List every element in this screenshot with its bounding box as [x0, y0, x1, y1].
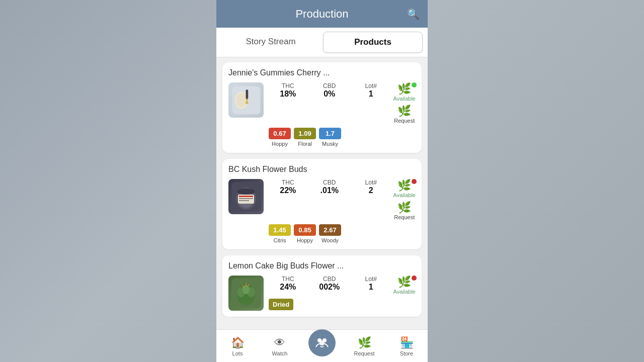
store-icon: 🏪 — [400, 336, 414, 349]
product-card-2: BC Kush Flower Buds — [222, 159, 422, 249]
product-list: Jennie's Gummies Cherry ... — [216, 57, 428, 329]
request-nav-icon: 🌿 — [358, 336, 371, 349]
nav-store[interactable]: 🏪 Store — [385, 336, 428, 356]
nav-request[interactable]: 🌿 Request — [343, 336, 385, 356]
terpene-badge-2-0: 1.45 — [269, 224, 291, 236]
lots-icon: 🏠 — [231, 336, 245, 349]
phone-container: Production 🔍 Story Stream Products Jenni… — [216, 0, 428, 362]
svg-point-2 — [236, 93, 247, 108]
cbd-stat-3: CBD 002% — [310, 276, 349, 292]
status-dot-2 — [412, 179, 417, 184]
svg-rect-11 — [239, 198, 253, 199]
product-details-2: THC 22% CBD .01% Lot# 2 — [269, 179, 416, 243]
stats-row-3: THC 24% CBD 002% Lot# 1 — [269, 276, 416, 295]
cbd-stat-1: CBD 0% — [310, 82, 349, 99]
nav-lots[interactable]: 🏠 Lots — [216, 336, 259, 356]
status-dot-1 — [412, 82, 417, 87]
available-icon-1: 🌿 — [397, 82, 411, 96]
thc-stat-1: THC 18% — [269, 82, 307, 99]
bottom-navigation: 🏠 Lots 👁 Watch 🌿 Request 🏪 — [216, 329, 428, 362]
nav-watch[interactable]: 👁 Watch — [259, 336, 301, 356]
terpenes-row-1: 0.67 Hoppy 1.09 Floral 1.7 Musky — [269, 128, 416, 147]
product-details-1: THC 18% CBD 0% Lot# 1 — [269, 82, 416, 147]
svg-rect-3 — [246, 89, 248, 99]
available-section-2: 🌿 Available — [393, 179, 416, 198]
product-body-3: THC 24% CBD 002% Lot# 1 — [228, 276, 416, 311]
terpene-badge-1-1: 1.09 — [294, 128, 316, 139]
terpene-2-2: 2.67 Woody — [319, 224, 341, 243]
lot-stat-3: Lot# 1 — [352, 276, 390, 292]
tab-bar: Story Stream Products — [216, 28, 428, 57]
available-section-3: 🌿 Available — [393, 276, 416, 295]
terpene-3-0: Dried — [269, 299, 293, 310]
product-image-svg-3 — [230, 277, 263, 310]
svg-point-24 — [319, 340, 325, 345]
lot-stat-1: Lot# 1 — [352, 82, 390, 99]
svg-rect-10 — [239, 196, 253, 197]
status-dot-3 — [412, 276, 417, 281]
terpene-1-2: 1.7 Musky — [319, 128, 341, 147]
available-icon-3: 🌿 — [397, 276, 411, 289]
watch-icon: 👁 — [274, 336, 285, 349]
request-icon-2: 🌿 — [397, 201, 411, 214]
thc-stat-2: THC 22% — [269, 179, 307, 195]
tab-story-stream[interactable]: Story Stream — [221, 32, 320, 53]
status-col-1: 🌿 Available 🌿 Request — [393, 82, 416, 124]
terpene-1-0: 0.67 Hoppy — [269, 128, 291, 147]
product-title-1: Jennie's Gummies Cherry ... — [228, 68, 416, 77]
available-icon-2: 🌿 — [397, 179, 411, 192]
product-image-svg-2 — [230, 180, 263, 213]
product-image-2 — [228, 179, 264, 214]
stats-row-2: THC 22% CBD .01% Lot# 2 — [269, 179, 416, 220]
product-card-3: Lemon Cake Big Buds Flower ... — [222, 255, 422, 317]
svg-point-13 — [237, 189, 255, 195]
thc-stat-3: THC 24% — [269, 276, 307, 292]
status-col-3: 🌿 Available — [393, 276, 416, 295]
terpenes-row-2: 1.45 Citris 0.85 Hoppy 2.67 Woody — [269, 224, 416, 243]
status-col-2: 🌿 Available 🌿 Request — [393, 179, 416, 220]
nav-production[interactable] — [301, 336, 343, 356]
product-image-1 — [228, 82, 264, 118]
terpene-badge-2-2: 2.67 — [319, 224, 341, 236]
available-section-1: 🌿 Available — [393, 82, 416, 102]
svg-point-5 — [246, 101, 249, 104]
request-section-1[interactable]: 🌿 Request — [394, 105, 415, 124]
product-card-1: Jennie's Gummies Cherry ... — [222, 62, 422, 153]
product-image-svg-1 — [230, 84, 263, 117]
header-title: Production — [295, 8, 348, 21]
lot-stat-2: Lot# 2 — [352, 179, 390, 195]
svg-rect-12 — [239, 200, 249, 201]
stats-row-1: THC 18% CBD 0% Lot# 1 — [269, 82, 416, 124]
production-center-button[interactable] — [308, 329, 336, 356]
search-icon[interactable]: 🔍 — [407, 8, 420, 20]
product-title-2: BC Kush Flower Buds — [228, 165, 416, 174]
terpene-badge-2-1: 0.85 — [294, 224, 316, 236]
product-image-3 — [228, 276, 264, 311]
terpene-2-0: 1.45 Citris — [269, 224, 291, 243]
tab-products[interactable]: Products — [323, 32, 423, 53]
terpene-2-1: 0.85 Hoppy — [294, 224, 316, 243]
app-header: Production 🔍 — [216, 0, 428, 28]
product-details-3: THC 24% CBD 002% Lot# 1 — [269, 276, 416, 310]
terpenes-row-3: Dried — [269, 299, 416, 310]
terpene-badge-1-0: 0.67 — [269, 128, 291, 139]
request-section-2[interactable]: 🌿 Request — [394, 201, 415, 220]
product-title-3: Lemon Cake Big Buds Flower ... — [228, 261, 416, 270]
production-icon — [315, 336, 329, 350]
product-body-2: THC 22% CBD .01% Lot# 2 — [228, 179, 416, 243]
terpene-badge-1-2: 1.7 — [319, 128, 341, 139]
terpene-1-1: 1.09 Floral — [294, 128, 316, 147]
request-icon-1: 🌿 — [397, 105, 411, 118]
terpene-badge-3-0: Dried — [269, 299, 293, 310]
product-body-1: THC 18% CBD 0% Lot# 1 — [228, 82, 416, 147]
cbd-stat-2: CBD .01% — [310, 179, 349, 195]
